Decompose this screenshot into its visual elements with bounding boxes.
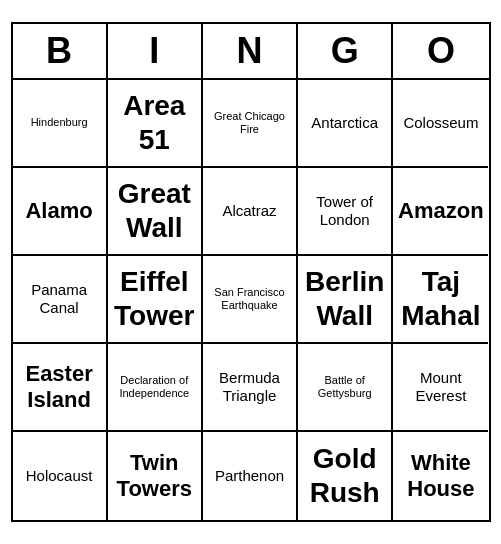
cell-text: Great Chicago Fire [207, 110, 292, 136]
header-letter: N [203, 24, 298, 78]
cell-text: Panama Canal [17, 281, 102, 317]
bingo-cell[interactable]: Alcatraz [203, 168, 298, 256]
bingo-cell[interactable]: Great Wall [108, 168, 203, 256]
bingo-card: BINGO HindenburgArea 51Great Chicago Fir… [11, 22, 491, 522]
bingo-cell[interactable]: Berlin Wall [298, 256, 393, 344]
bingo-cell[interactable]: Great Chicago Fire [203, 80, 298, 168]
cell-text: Bermuda Triangle [207, 369, 292, 405]
cell-text: Twin Towers [112, 450, 197, 503]
bingo-grid: HindenburgArea 51Great Chicago FireAntar… [13, 80, 489, 520]
cell-text: Hindenburg [31, 116, 88, 129]
bingo-cell[interactable]: Taj Mahal [393, 256, 488, 344]
bingo-cell[interactable]: Eiffel Tower [108, 256, 203, 344]
bingo-cell[interactable]: Antarctica [298, 80, 393, 168]
header-letter: G [298, 24, 393, 78]
cell-text: Colosseum [403, 114, 478, 132]
bingo-cell[interactable]: Holocaust [13, 432, 108, 520]
bingo-cell[interactable]: Alamo [13, 168, 108, 256]
cell-text: Amazon [398, 198, 484, 224]
cell-text: Tower of London [302, 193, 387, 229]
bingo-cell[interactable]: San Francisco Earthquake [203, 256, 298, 344]
header-letter: O [393, 24, 488, 78]
cell-text: Easter Island [17, 361, 102, 414]
bingo-cell[interactable]: Area 51 [108, 80, 203, 168]
cell-text: Antarctica [311, 114, 378, 132]
cell-text: Alamo [25, 198, 92, 224]
bingo-cell[interactable]: Battle of Gettysburg [298, 344, 393, 432]
bingo-cell[interactable]: Amazon [393, 168, 488, 256]
header-letter: I [108, 24, 203, 78]
bingo-cell[interactable]: Mount Everest [393, 344, 488, 432]
bingo-cell[interactable]: Easter Island [13, 344, 108, 432]
cell-text: Berlin Wall [302, 265, 387, 332]
cell-text: Declaration of Independence [112, 374, 197, 400]
bingo-cell[interactable]: Bermuda Triangle [203, 344, 298, 432]
cell-text: Alcatraz [222, 202, 276, 220]
bingo-cell[interactable]: Panama Canal [13, 256, 108, 344]
cell-text: Area 51 [112, 89, 197, 156]
header-letter: B [13, 24, 108, 78]
cell-text: Holocaust [26, 467, 93, 485]
bingo-cell[interactable]: Gold Rush [298, 432, 393, 520]
cell-text: Gold Rush [302, 442, 387, 509]
cell-text: Battle of Gettysburg [302, 374, 387, 400]
bingo-cell[interactable]: Hindenburg [13, 80, 108, 168]
cell-text: Taj Mahal [397, 265, 484, 332]
cell-text: Eiffel Tower [112, 265, 197, 332]
bingo-header: BINGO [13, 24, 489, 80]
bingo-cell[interactable]: Parthenon [203, 432, 298, 520]
cell-text: White House [397, 450, 484, 503]
cell-text: Mount Everest [397, 369, 484, 405]
cell-text: San Francisco Earthquake [207, 286, 292, 312]
bingo-cell[interactable]: Twin Towers [108, 432, 203, 520]
cell-text: Great Wall [112, 177, 197, 244]
bingo-cell[interactable]: Declaration of Independence [108, 344, 203, 432]
cell-text: Parthenon [215, 467, 284, 485]
bingo-cell[interactable]: Colosseum [393, 80, 488, 168]
bingo-cell[interactable]: Tower of London [298, 168, 393, 256]
bingo-cell[interactable]: White House [393, 432, 488, 520]
